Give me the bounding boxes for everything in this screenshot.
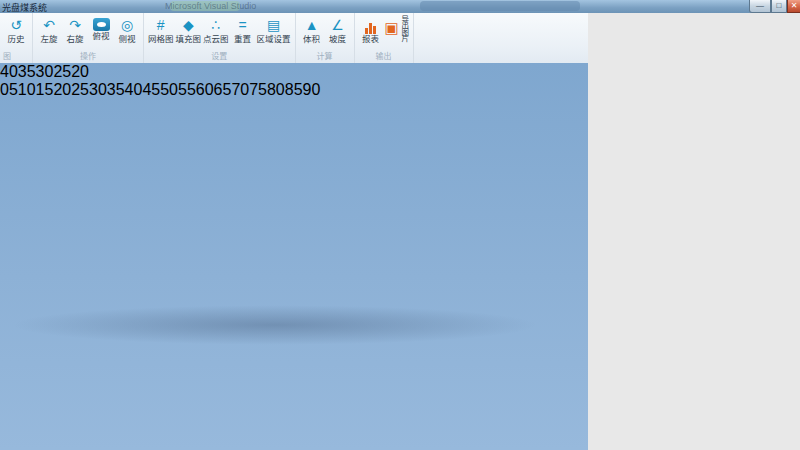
ribbon-toolbar: ↺历史图↶左旋↷右旋俯视◎侧视操作#网格图◆填充图∴点云图=重置▤区域设置设置▲… bbox=[0, 13, 588, 64]
ribbon-button-label: 历史 bbox=[7, 34, 24, 44]
volume-mountain-icon: ▲ bbox=[305, 15, 319, 34]
grid-map-icon: # bbox=[157, 15, 165, 34]
ribbon-button-label: 区域设置 bbox=[257, 34, 291, 44]
viewport-3d[interactable]: 4035302520 05101520253035404550556065707… bbox=[0, 63, 588, 450]
title-bar: 光盘煤系统 Microsoft Visual Studio — □ ✕ bbox=[0, 0, 800, 13]
window-controls: — □ ✕ bbox=[749, 0, 800, 13]
ribbon-button-side-view[interactable]: ◎侧视 bbox=[114, 15, 140, 44]
ribbon-button-volume-mountain[interactable]: ▲体积 bbox=[299, 15, 325, 44]
ribbon-button-region-settings-map[interactable]: ▤区域设置 bbox=[256, 15, 292, 44]
ribbon-group: ▲体积∠坡度计算 bbox=[296, 13, 355, 63]
maximize-button[interactable]: □ bbox=[771, 0, 787, 13]
history-icon: ↺ bbox=[10, 15, 22, 34]
ribbon-button-report-chart[interactable]: 报表 bbox=[358, 15, 384, 44]
app-window: 光盘煤系统 Microsoft Visual Studio — □ ✕ ↺历史图… bbox=[0, 0, 800, 450]
side-view-icon: ◎ bbox=[121, 15, 133, 34]
ribbon-group-label: 设置 bbox=[147, 52, 292, 63]
ribbon-group: ↺历史图 bbox=[0, 13, 33, 63]
ribbon-button-label: 填充图 bbox=[176, 34, 202, 44]
slope-icon: ∠ bbox=[331, 15, 344, 34]
background-window-title: Microsoft Visual Studio bbox=[165, 1, 256, 11]
ribbon-button-slope[interactable]: ∠坡度 bbox=[325, 15, 351, 44]
ribbon-button-label: 右旋 bbox=[66, 34, 83, 44]
desktop-artifact bbox=[420, 1, 580, 11]
ribbon-group-label: 输出 bbox=[358, 52, 410, 63]
ribbon-button-export-image[interactable]: ▣导出图片 bbox=[384, 15, 410, 41]
ribbon-button-label: 报表 bbox=[362, 34, 379, 44]
ribbon-button-top-view-eye[interactable]: 俯视 bbox=[88, 15, 114, 41]
ribbon-button-label: 点云图 bbox=[203, 34, 229, 44]
ribbon-button-label: 网格图 bbox=[148, 34, 174, 44]
ribbon-group-label: 图 bbox=[3, 52, 29, 63]
report-chart-icon bbox=[365, 18, 376, 34]
ribbon-button-fill-map[interactable]: ◆填充图 bbox=[175, 15, 203, 44]
rotate-right-icon: ↷ bbox=[69, 15, 81, 34]
ribbon-group: #网格图◆填充图∴点云图=重置▤区域设置设置 bbox=[144, 13, 296, 63]
ribbon-button-label: 重置 bbox=[234, 34, 251, 44]
ribbon-button-label: 左旋 bbox=[40, 34, 57, 44]
ribbon-button-rotate-left[interactable]: ↶左旋 bbox=[36, 15, 62, 44]
ribbon-group: ↶左旋↷右旋俯视◎侧视操作 bbox=[33, 13, 144, 63]
ribbon-group: 报表▣导出图片输出 bbox=[355, 13, 414, 63]
ribbon-button-label: 导出图片 bbox=[400, 15, 408, 41]
rotate-left-icon: ↶ bbox=[43, 15, 55, 34]
ribbon-button-label: 俯视 bbox=[92, 31, 109, 41]
top-view-eye-icon bbox=[93, 18, 110, 31]
export-image-icon: ▣ bbox=[385, 19, 399, 38]
ribbon-button-label: 坡度 bbox=[329, 34, 346, 44]
reset-icon: = bbox=[238, 15, 246, 34]
ribbon-button-reset[interactable]: =重置 bbox=[230, 15, 256, 44]
ribbon-button-label: 侧视 bbox=[118, 34, 135, 44]
ribbon-group-label: 计算 bbox=[299, 52, 351, 63]
region-settings-map-icon: ▤ bbox=[267, 15, 280, 34]
ribbon-group-label: 操作 bbox=[36, 52, 140, 63]
ribbon-button-rotate-right[interactable]: ↷右旋 bbox=[62, 15, 88, 44]
point-cloud-icon: ∴ bbox=[211, 15, 220, 34]
window-title: 光盘煤系统 bbox=[2, 1, 47, 13]
minimize-button[interactable]: — bbox=[749, 0, 771, 13]
ribbon-button-point-cloud[interactable]: ∴点云图 bbox=[202, 15, 230, 44]
ribbon-button-label: 体积 bbox=[303, 34, 320, 44]
coal-pile-yellow-shadow bbox=[0, 63, 588, 450]
close-button[interactable]: ✕ bbox=[787, 0, 800, 13]
ribbon-button-grid-map[interactable]: #网格图 bbox=[147, 15, 175, 44]
ribbon-button-history[interactable]: ↺历史 bbox=[3, 15, 29, 44]
fill-map-icon: ◆ bbox=[183, 15, 194, 34]
